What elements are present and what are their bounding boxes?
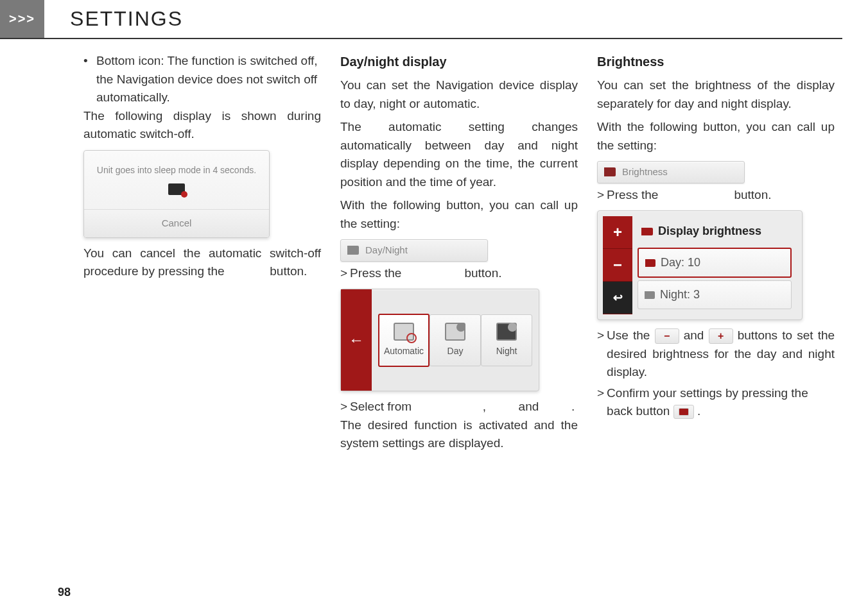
back-button[interactable]: ↩ bbox=[603, 282, 632, 314]
content-columns: • Bottom icon: The function is switched … bbox=[0, 39, 868, 458]
column-3: Brightness You can set the brightness of… bbox=[597, 52, 835, 458]
brightness-para2: With the following button, you can call … bbox=[597, 118, 835, 155]
use-text-a: Use the bbox=[607, 328, 650, 342]
confirm-step: > Confirm your settings by pressing the … bbox=[597, 384, 835, 421]
step-marker: > bbox=[340, 264, 347, 283]
mode-night[interactable]: Night bbox=[481, 314, 532, 366]
column-2: Day/night display You can set the Naviga… bbox=[340, 52, 578, 458]
brightness-screenshot: + − ↩ Display brightness Day: 10 Night: … bbox=[597, 210, 803, 320]
day-row-text: Day: 10 bbox=[661, 254, 700, 271]
brightness-para1: You can set the brightness of the displa… bbox=[597, 76, 835, 113]
night-icon bbox=[496, 323, 517, 341]
automatic-icon bbox=[394, 323, 414, 341]
daynight-strip-label: Day/Night bbox=[365, 243, 408, 258]
select-step: > Select from , and . bbox=[340, 398, 578, 416]
plus-button[interactable]: + bbox=[603, 216, 632, 249]
page-title: SETTINGS bbox=[70, 7, 183, 31]
night-label: Night bbox=[483, 344, 530, 358]
chevron-box: >>> bbox=[0, 0, 44, 38]
inline-back-icon bbox=[673, 405, 694, 419]
select-text-a: Select from bbox=[350, 400, 412, 413]
day-label: Day bbox=[431, 344, 479, 358]
select-and: and bbox=[519, 400, 539, 413]
plus-minus-column: + − ↩ bbox=[603, 216, 632, 314]
use-buttons-step: > Use the − and + buttons to set the des… bbox=[597, 327, 835, 382]
blank-button-ref bbox=[661, 186, 731, 205]
brightness-title-icon bbox=[641, 228, 653, 235]
cancel-text-b: button. bbox=[270, 264, 307, 278]
cancel-instruction: You can cancel the automatic switch-off … bbox=[83, 244, 321, 281]
daynight-para1: You can set the Navigation device displa… bbox=[340, 76, 578, 113]
sleep-message: Unit goes into sleep mode in 4 seconds. bbox=[84, 151, 269, 182]
step-marker: > bbox=[340, 398, 347, 416]
day-icon bbox=[445, 323, 465, 341]
cancel-button[interactable]: Cancel bbox=[84, 209, 269, 237]
daynight-para4: The desired function is activated and th… bbox=[340, 416, 578, 453]
automatic-label: Automatic bbox=[381, 344, 427, 358]
press-step: > Press the button. bbox=[340, 264, 578, 283]
confirm-text-a: Confirm your settings by pressing the ba… bbox=[607, 386, 808, 418]
step-marker: > bbox=[597, 327, 604, 382]
press-text-a: Press the bbox=[607, 186, 658, 205]
daynight-strip-icon bbox=[347, 246, 359, 255]
press-brightness-step: > Press the button. bbox=[597, 186, 835, 205]
select-comma: , bbox=[483, 400, 486, 413]
brightness-strip-icon bbox=[604, 167, 616, 176]
back-glyph bbox=[679, 408, 689, 416]
night-row-text: Night: 3 bbox=[660, 286, 700, 303]
mode-buttons: Automatic Day Night bbox=[372, 289, 539, 391]
sleep-icon-wrap bbox=[84, 182, 269, 210]
day-brightness-row[interactable]: Day: 10 bbox=[638, 248, 792, 278]
brightness-main: Display brightness Day: 10 Night: 3 bbox=[632, 216, 797, 314]
confirm-text-b: . bbox=[697, 404, 700, 418]
brightness-strip-label: Brightness bbox=[622, 165, 668, 180]
bullet-text: Bottom icon: The function is switched of… bbox=[96, 52, 321, 107]
press-text-a: Press the bbox=[350, 264, 401, 283]
brightness-box-title: Display brightness bbox=[638, 220, 792, 245]
minus-button[interactable]: − bbox=[603, 249, 632, 282]
header-bar: >>> SETTINGS bbox=[0, 0, 842, 39]
night-row-icon bbox=[645, 291, 655, 299]
brightness-title-text: Display brightness bbox=[658, 223, 761, 240]
para-auto-switchoff: The following display is shown during au… bbox=[83, 107, 321, 144]
brightness-menu-button[interactable]: Brightness bbox=[597, 161, 745, 183]
press-text-b: button. bbox=[734, 186, 771, 205]
blank-button-ref bbox=[404, 264, 462, 283]
back-arrow-icon: ← bbox=[349, 328, 364, 352]
step-marker: > bbox=[597, 186, 604, 205]
use-text-b: and bbox=[684, 328, 704, 342]
night-brightness-row[interactable]: Night: 3 bbox=[638, 280, 792, 309]
day-row-icon bbox=[645, 259, 655, 267]
mode-day[interactable]: Day bbox=[430, 314, 481, 366]
column-1: • Bottom icon: The function is switched … bbox=[83, 52, 321, 458]
back-column[interactable]: ← bbox=[341, 289, 372, 391]
select-period: . bbox=[571, 400, 575, 413]
press-text-b: button. bbox=[464, 264, 501, 283]
inline-plus-icon: + bbox=[709, 328, 733, 344]
daynight-para3: With the following button, you can call … bbox=[340, 196, 578, 233]
power-icon bbox=[168, 183, 185, 195]
daynight-select-screenshot: ← Automatic Day Night bbox=[340, 289, 539, 391]
mode-automatic[interactable]: Automatic bbox=[378, 314, 430, 367]
bullet-item: • Bottom icon: The function is switched … bbox=[83, 52, 321, 107]
sleep-mode-screenshot: Unit goes into sleep mode in 4 seconds. … bbox=[83, 150, 270, 238]
bullet-dot: • bbox=[83, 52, 96, 107]
step-marker: > bbox=[597, 384, 604, 421]
daynight-para2: The automatic setting changes automatica… bbox=[340, 118, 578, 191]
daynight-menu-button[interactable]: Day/Night bbox=[340, 239, 488, 262]
daynight-heading: Day/night display bbox=[340, 52, 578, 71]
inline-minus-icon: − bbox=[655, 328, 679, 344]
page-number: 98 bbox=[58, 586, 71, 599]
brightness-heading: Brightness bbox=[597, 52, 835, 71]
